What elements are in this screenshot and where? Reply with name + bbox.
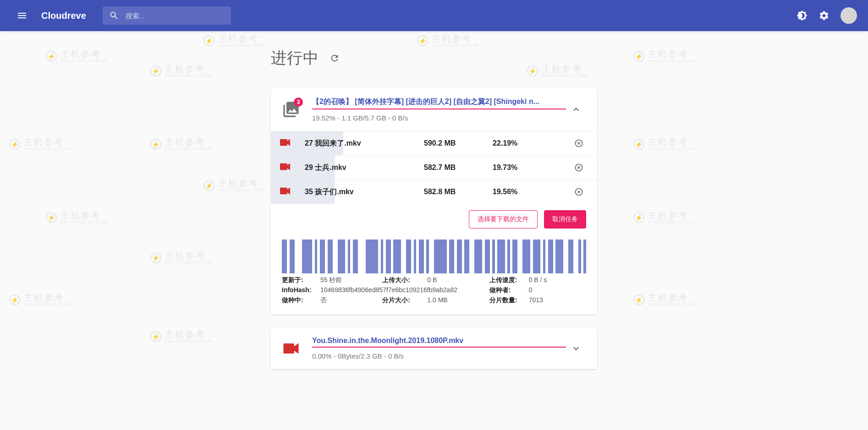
value-upload-size: 0 B (427, 276, 484, 284)
cancel-task-button[interactable]: 取消任务 (544, 210, 586, 229)
value-piece-count: 7013 (529, 296, 586, 305)
label-updated: 更新于: (282, 276, 316, 284)
chevron-up-icon (571, 104, 582, 115)
file-size: 582.8 MB (424, 188, 493, 196)
task-status: 19.52% - 1.1 GB/5.7 GB - 0 B/s (312, 114, 566, 122)
file-name: 27 我回来了.mkv (305, 139, 424, 148)
file-percent: 19.56% (493, 188, 557, 196)
value-upload-speed: 0 B / s (529, 276, 586, 284)
search-icon (109, 11, 119, 21)
task-header[interactable]: You.Shine.in.the.Moonlight.2019.1080P.mk… (271, 327, 597, 369)
select-files-button[interactable]: 选择要下载的文件 (469, 210, 538, 229)
search-input[interactable] (126, 12, 225, 20)
search-box[interactable] (103, 6, 231, 25)
label-seeding: 做种中: (282, 296, 316, 305)
settings-button[interactable] (814, 5, 834, 26)
gear-icon (819, 10, 830, 21)
task-status: 0.00% - 0Bytes/2.3 GB - 0 B/s (312, 352, 566, 360)
page-title: 进行中 (271, 48, 319, 69)
menu-button[interactable] (11, 5, 33, 27)
badge: 3 (294, 98, 303, 107)
brand[interactable]: Cloudreve (41, 11, 86, 21)
file-percent: 19.73% (493, 163, 557, 172)
file-row: 27 我回来了.mkv 590.2 MB 22.19% (271, 131, 597, 155)
label-upload-speed: 上传速度: (489, 276, 524, 284)
label-upload-size: 上传大小: (382, 276, 423, 284)
task-divider (312, 347, 566, 348)
file-row: 29 士兵.mkv 582.7 MB 19.73% (271, 155, 597, 180)
file-cancel-button[interactable] (572, 137, 585, 150)
chevron-down-icon (571, 343, 582, 354)
task-card: 3 【2的召唤】 [简体外挂字幕] [进击的巨人2] [自由之翼2] [Shin… (271, 88, 597, 315)
cancel-icon (574, 163, 583, 172)
avatar[interactable] (841, 7, 857, 24)
value-seeders: 0 (529, 286, 586, 294)
file-name: 29 士兵.mkv (305, 163, 424, 173)
file-row: 35 孩子们.mkv 582.8 MB 19.56% (271, 180, 597, 204)
hamburger-icon (16, 10, 27, 21)
file-name: 35 孩子们.mkv (305, 187, 424, 197)
file-cancel-button[interactable] (572, 185, 585, 198)
label-piece-size: 分片大小: (382, 296, 423, 305)
label-infohash: InfoHash: (282, 286, 316, 294)
value-updated: 55 秒前 (320, 276, 378, 284)
cancel-icon (574, 187, 583, 196)
brightness-icon (797, 10, 808, 21)
task-divider (312, 109, 566, 109)
task-info-grid: 更新于: 55 秒前 上传大小: 0 B 上传速度: 0 B / s InfoH… (271, 273, 597, 315)
task-title: 【2的召唤】 [简体外挂字幕] [进击的巨人2] [自由之翼2] [Shinge… (312, 97, 566, 107)
file-percent: 22.19% (493, 139, 557, 147)
video-icon (280, 187, 290, 196)
refresh-button[interactable] (328, 52, 341, 65)
task-title: You.Shine.in.the.Moonlight.2019.1080P.mk… (312, 337, 566, 345)
task-card: You.Shine.in.the.Moonlight.2019.1080P.mk… (271, 327, 597, 369)
refresh-icon (330, 53, 340, 63)
video-icon (280, 163, 290, 172)
cancel-icon (574, 139, 583, 148)
collapse-button[interactable] (566, 99, 586, 120)
value-piece-size: 1.0 MB (427, 296, 484, 305)
file-cancel-button[interactable] (572, 161, 585, 174)
file-size: 590.2 MB (424, 139, 493, 147)
value-seeding: 否 (320, 296, 378, 305)
label-piece-count: 分片数量: (489, 296, 524, 305)
task-header[interactable]: 3 【2的召唤】 [简体外挂字幕] [进击的巨人2] [自由之翼2] [Shin… (271, 88, 597, 131)
label-seeders: 做种者: (489, 286, 524, 294)
value-infohash: 10469836fb4906ed857f7e6bc109216fb9ab2a82 (320, 286, 485, 294)
expand-button[interactable] (566, 338, 586, 359)
video-icon (281, 338, 301, 359)
app-header: Cloudreve (0, 0, 868, 31)
theme-toggle[interactable] (792, 5, 812, 26)
piece-bar (271, 239, 597, 273)
video-icon (280, 139, 290, 148)
file-size: 582.7 MB (424, 163, 493, 172)
